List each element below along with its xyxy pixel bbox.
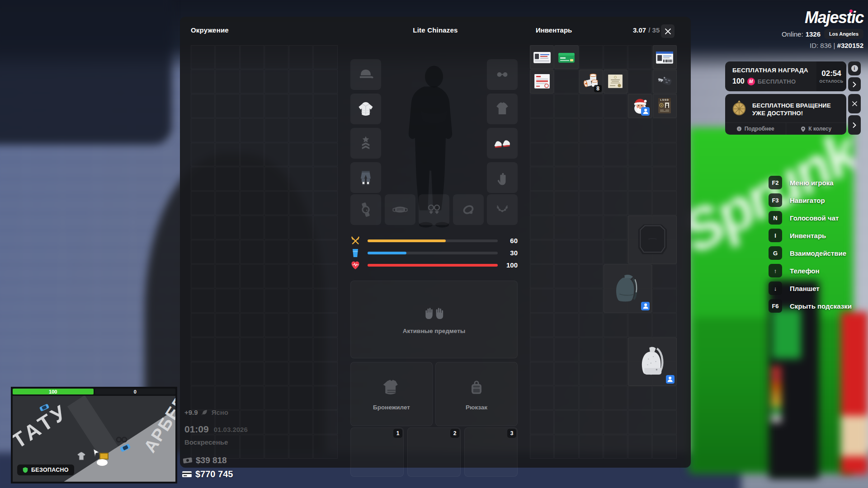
environment-cell[interactable] bbox=[191, 289, 215, 313]
inventory-cell[interactable] bbox=[652, 264, 676, 288]
inventory-cell[interactable] bbox=[579, 191, 603, 215]
environment-cell[interactable] bbox=[264, 435, 288, 459]
inventory-cell[interactable] bbox=[530, 143, 554, 167]
inventory-cell[interactable] bbox=[554, 70, 578, 94]
environment-cell[interactable] bbox=[240, 94, 264, 118]
environment-cell[interactable] bbox=[313, 118, 337, 142]
inventory-cell[interactable] bbox=[554, 143, 578, 167]
environment-cell[interactable] bbox=[313, 143, 337, 167]
inventory-cell[interactable] bbox=[604, 45, 627, 69]
inventory-cell[interactable] bbox=[579, 216, 603, 239]
equip-slot-glasses[interactable] bbox=[487, 59, 518, 90]
environment-cell[interactable] bbox=[264, 70, 288, 94]
environment-cell[interactable] bbox=[313, 289, 337, 313]
environment-cell[interactable] bbox=[240, 191, 264, 215]
environment-cell[interactable] bbox=[264, 338, 288, 361]
environment-cell[interactable] bbox=[289, 338, 313, 361]
wheel-close-button[interactable] bbox=[848, 94, 861, 113]
inventory-cell[interactable] bbox=[579, 289, 603, 313]
equip-slot-earrings[interactable] bbox=[419, 194, 449, 225]
environment-cell[interactable] bbox=[191, 338, 215, 361]
environment-cell[interactable] bbox=[240, 289, 264, 313]
environment-cell[interactable] bbox=[313, 338, 337, 361]
environment-cell[interactable] bbox=[264, 191, 288, 215]
wheel-goto-button[interactable]: К колесу bbox=[786, 123, 847, 135]
environment-cell[interactable] bbox=[313, 70, 337, 94]
id-card-item[interactable] bbox=[530, 45, 554, 69]
environment-cell[interactable] bbox=[289, 264, 313, 288]
environment-cell[interactable] bbox=[264, 362, 288, 386]
armor-plate-item[interactable] bbox=[628, 216, 677, 264]
environment-cell[interactable] bbox=[215, 167, 239, 191]
inventory-cell[interactable] bbox=[554, 289, 578, 313]
inventory-cell[interactable] bbox=[554, 118, 578, 142]
environment-cell[interactable] bbox=[191, 386, 215, 410]
environment-cell[interactable] bbox=[264, 143, 288, 167]
wheel-expand-button[interactable] bbox=[848, 115, 861, 135]
environment-cell[interactable] bbox=[289, 240, 313, 264]
environment-cell[interactable] bbox=[289, 289, 313, 313]
inventory-cell[interactable] bbox=[604, 362, 627, 386]
inventory-cell[interactable] bbox=[554, 386, 578, 410]
inventory-cell[interactable] bbox=[530, 94, 554, 118]
inventory-cell[interactable] bbox=[530, 216, 554, 239]
environment-cell[interactable] bbox=[191, 167, 215, 191]
backpack-dark-item[interactable] bbox=[604, 264, 652, 313]
environment-cell[interactable] bbox=[191, 313, 215, 337]
environment-cell[interactable] bbox=[240, 386, 264, 410]
environment-cell[interactable] bbox=[191, 240, 215, 264]
inventory-cell[interactable] bbox=[554, 313, 578, 337]
quick-slot-1[interactable]: 1 bbox=[350, 427, 404, 477]
inventory-cell[interactable] bbox=[579, 264, 603, 288]
inventory-cell[interactable] bbox=[530, 118, 554, 142]
environment-cell[interactable] bbox=[191, 118, 215, 142]
environment-cell[interactable] bbox=[215, 240, 239, 264]
equip-slot-shirt[interactable] bbox=[487, 94, 518, 124]
environment-cell[interactable] bbox=[289, 167, 313, 191]
environment-cell[interactable] bbox=[215, 362, 239, 386]
inventory-cell[interactable] bbox=[579, 94, 603, 118]
equip-slot-mask[interactable] bbox=[385, 194, 415, 225]
inventory-cell[interactable] bbox=[554, 94, 578, 118]
inventory-cell[interactable] bbox=[530, 386, 554, 410]
inventory-cell[interactable] bbox=[579, 45, 603, 69]
environment-cell[interactable] bbox=[289, 191, 313, 215]
inventory-cell[interactable] bbox=[579, 167, 603, 191]
environment-cell[interactable] bbox=[289, 45, 313, 69]
environment-cell[interactable] bbox=[215, 94, 239, 118]
certificate-item[interactable] bbox=[604, 70, 627, 94]
environment-cell[interactable] bbox=[215, 118, 239, 142]
bank-card-item[interactable] bbox=[554, 45, 578, 69]
med-document-item[interactable] bbox=[530, 70, 554, 94]
reward-expand-button[interactable] bbox=[848, 77, 861, 91]
environment-cell[interactable] bbox=[313, 386, 337, 410]
environment-cell[interactable] bbox=[264, 289, 288, 313]
inventory-cell[interactable] bbox=[530, 289, 554, 313]
inventory-cell[interactable] bbox=[554, 264, 578, 288]
inventory-cell[interactable] bbox=[604, 435, 627, 459]
environment-cell[interactable] bbox=[240, 240, 264, 264]
environment-cell[interactable] bbox=[215, 45, 239, 69]
inventory-cell[interactable] bbox=[604, 94, 627, 118]
inventory-cell[interactable] bbox=[530, 362, 554, 386]
inventory-cell[interactable] bbox=[652, 118, 676, 142]
inventory-cell[interactable] bbox=[579, 386, 603, 410]
inventory-cell[interactable] bbox=[554, 167, 578, 191]
reward-info-button[interactable]: i bbox=[848, 61, 861, 75]
environment-cell[interactable] bbox=[191, 143, 215, 167]
inventory-cell[interactable] bbox=[579, 362, 603, 386]
environment-cell[interactable] bbox=[313, 216, 337, 239]
environment-cell[interactable] bbox=[289, 143, 313, 167]
environment-cell[interactable] bbox=[240, 167, 264, 191]
environment-cell[interactable] bbox=[289, 313, 313, 337]
equip-slot-torso[interactable] bbox=[350, 94, 381, 124]
inventory-cell[interactable] bbox=[579, 240, 603, 264]
inventory-cell[interactable] bbox=[530, 435, 554, 459]
environment-cell[interactable] bbox=[240, 264, 264, 288]
inventory-cell[interactable] bbox=[604, 143, 627, 167]
inventory-cell[interactable] bbox=[554, 435, 578, 459]
inventory-cell[interactable] bbox=[628, 410, 652, 434]
environment-cell[interactable] bbox=[215, 313, 239, 337]
environment-cell[interactable] bbox=[240, 362, 264, 386]
inventory-cell[interactable] bbox=[530, 338, 554, 361]
